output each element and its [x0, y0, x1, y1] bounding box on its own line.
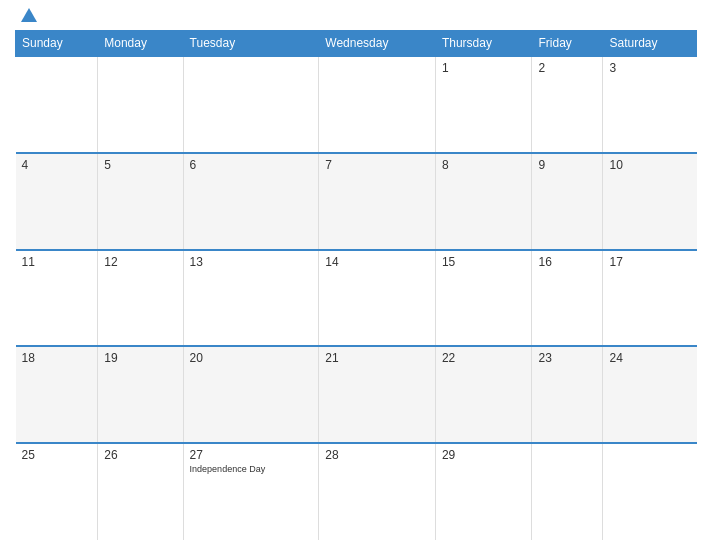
calendar-day-cell [532, 443, 603, 540]
day-number: 2 [538, 61, 545, 75]
day-number: 16 [538, 255, 551, 269]
calendar-day-cell [98, 56, 183, 153]
calendar-day-cell: 7 [319, 153, 436, 250]
day-number: 5 [104, 158, 111, 172]
calendar-week-row: 18192021222324 [16, 346, 697, 443]
day-number: 20 [190, 351, 203, 365]
calendar-day-cell: 11 [16, 250, 98, 347]
calendar-day-cell: 12 [98, 250, 183, 347]
day-number: 26 [104, 448, 117, 462]
calendar-day-cell: 18 [16, 346, 98, 443]
weekday-header-friday: Friday [532, 31, 603, 57]
day-number: 25 [22, 448, 35, 462]
calendar-week-row: 45678910 [16, 153, 697, 250]
day-number: 15 [442, 255, 455, 269]
calendar-day-cell: 16 [532, 250, 603, 347]
calendar-day-cell [16, 56, 98, 153]
calendar-day-cell: 8 [435, 153, 532, 250]
calendar-day-cell: 10 [603, 153, 697, 250]
calendar-table: SundayMondayTuesdayWednesdayThursdayFrid… [15, 30, 697, 540]
calendar-day-cell: 22 [435, 346, 532, 443]
weekday-header-sunday: Sunday [16, 31, 98, 57]
calendar-day-cell: 5 [98, 153, 183, 250]
day-number: 23 [538, 351, 551, 365]
day-number: 3 [609, 61, 616, 75]
day-number: 19 [104, 351, 117, 365]
calendar-day-cell: 14 [319, 250, 436, 347]
weekday-header-row: SundayMondayTuesdayWednesdayThursdayFrid… [16, 31, 697, 57]
day-number: 7 [325, 158, 332, 172]
calendar-day-cell: 25 [16, 443, 98, 540]
weekday-header-saturday: Saturday [603, 31, 697, 57]
calendar-container: SundayMondayTuesdayWednesdayThursdayFrid… [0, 0, 712, 550]
calendar-day-cell: 26 [98, 443, 183, 540]
calendar-header [15, 10, 697, 22]
weekday-header-wednesday: Wednesday [319, 31, 436, 57]
day-number: 14 [325, 255, 338, 269]
day-number: 10 [609, 158, 622, 172]
calendar-day-cell: 1 [435, 56, 532, 153]
calendar-day-cell: 4 [16, 153, 98, 250]
day-number: 27 [190, 448, 203, 462]
day-number: 21 [325, 351, 338, 365]
calendar-day-cell: 19 [98, 346, 183, 443]
day-number: 9 [538, 158, 545, 172]
calendar-day-cell [319, 56, 436, 153]
calendar-day-cell: 15 [435, 250, 532, 347]
calendar-day-cell: 28 [319, 443, 436, 540]
day-number: 22 [442, 351, 455, 365]
logo [19, 10, 37, 22]
day-number: 8 [442, 158, 449, 172]
day-number: 18 [22, 351, 35, 365]
weekday-header-thursday: Thursday [435, 31, 532, 57]
day-number: 28 [325, 448, 338, 462]
weekday-header-monday: Monday [98, 31, 183, 57]
calendar-day-cell: 27Independence Day [183, 443, 319, 540]
day-number: 6 [190, 158, 197, 172]
calendar-day-cell: 9 [532, 153, 603, 250]
calendar-day-cell: 20 [183, 346, 319, 443]
calendar-day-cell: 17 [603, 250, 697, 347]
calendar-week-row: 252627Independence Day2829 [16, 443, 697, 540]
holiday-label: Independence Day [190, 464, 313, 474]
logo-triangle-icon [21, 8, 37, 22]
calendar-day-cell [603, 443, 697, 540]
day-number: 1 [442, 61, 449, 75]
calendar-day-cell: 3 [603, 56, 697, 153]
day-number: 17 [609, 255, 622, 269]
calendar-day-cell: 29 [435, 443, 532, 540]
calendar-day-cell: 13 [183, 250, 319, 347]
day-number: 24 [609, 351, 622, 365]
calendar-day-cell: 21 [319, 346, 436, 443]
calendar-week-row: 11121314151617 [16, 250, 697, 347]
calendar-day-cell: 6 [183, 153, 319, 250]
day-number: 12 [104, 255, 117, 269]
calendar-day-cell: 24 [603, 346, 697, 443]
day-number: 29 [442, 448, 455, 462]
calendar-day-cell: 23 [532, 346, 603, 443]
day-number: 13 [190, 255, 203, 269]
calendar-day-cell: 2 [532, 56, 603, 153]
day-number: 4 [22, 158, 29, 172]
weekday-header-tuesday: Tuesday [183, 31, 319, 57]
calendar-day-cell [183, 56, 319, 153]
calendar-week-row: 123 [16, 56, 697, 153]
day-number: 11 [22, 255, 35, 269]
